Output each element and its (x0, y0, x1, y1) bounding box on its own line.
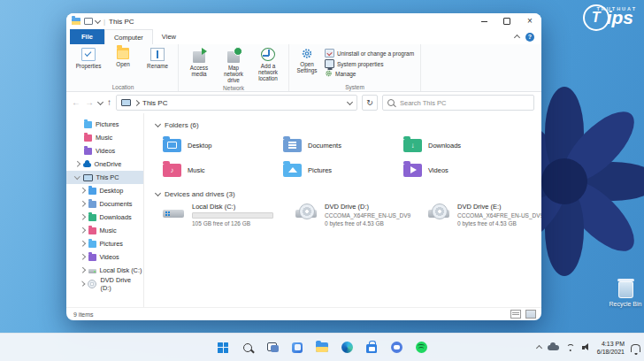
folders-section-header[interactable]: Folders (6) (156, 119, 541, 131)
expand-chevron-icon[interactable] (74, 161, 80, 166)
devices-section-header[interactable]: Devices and drives (3) (156, 188, 541, 200)
widgets-icon[interactable] (289, 340, 305, 356)
drive-tile-dvd-e[interactable]: DVD Drive (E:) CCCOMA_X64FRE_EN-US_DV9 0… (428, 202, 541, 227)
desktop: THUTHUAT T ips Recycle Bin | This PC × F… (0, 0, 644, 361)
dvd-disc-icon (88, 280, 96, 288)
expand-chevron-icon[interactable] (80, 214, 85, 219)
sidebar-item-dvd-drive-d[interactable]: DVD Drive (D:) (66, 277, 143, 290)
sidebar-item-downloads[interactable]: Downloads (66, 211, 143, 224)
search-input[interactable] (398, 98, 529, 108)
quick-access-toolbar[interactable] (84, 18, 100, 25)
address-text[interactable]: This PC (142, 99, 167, 107)
expand-chevron-icon[interactable] (80, 280, 85, 286)
task-view-icon[interactable] (264, 340, 280, 356)
onedrive-tray-icon[interactable] (548, 345, 559, 350)
expand-chevron-icon[interactable] (80, 241, 85, 246)
expand-chevron-icon[interactable] (80, 201, 85, 206)
downloads-folder-icon (88, 214, 96, 221)
properties-button[interactable]: Properties (73, 46, 104, 69)
sidebar-item-videos[interactable]: Videos (66, 144, 143, 157)
properties-icon (81, 48, 96, 61)
rename-button[interactable]: Rename (142, 46, 173, 69)
spotify-icon[interactable] (413, 340, 429, 356)
thumbnails-view-icon[interactable] (525, 310, 536, 319)
maximize-button[interactable] (495, 13, 518, 29)
folder-tile-documents[interactable]: Documents (283, 133, 403, 157)
system-properties-button[interactable]: System properties (325, 59, 414, 68)
open-button[interactable]: Open (107, 46, 139, 67)
sidebar-item-music-pc[interactable]: Music (66, 224, 143, 237)
notifications-icon[interactable] (631, 344, 640, 352)
map-network-drive-button[interactable]: Map network drive (218, 46, 249, 84)
volume-icon[interactable] (582, 343, 591, 351)
expand-chevron-icon[interactable] (80, 254, 85, 259)
expand-chevron-icon[interactable] (80, 267, 85, 273)
folder-tile-videos[interactable]: Videos (403, 157, 524, 182)
sidebar-item-music[interactable]: Music (66, 131, 143, 144)
help-icon[interactable]: ? (525, 33, 534, 42)
expand-chevron-icon[interactable] (80, 227, 85, 233)
collapse-ribbon-icon[interactable] (514, 35, 520, 41)
up-button[interactable]: ↑ (107, 98, 111, 107)
drive-tile-local-disk-c[interactable]: Local Disk (C:) 105 GB free of 126 GB (163, 202, 295, 227)
folder-tile-music[interactable]: ♪ Music (163, 157, 283, 182)
sidebar-item-this-pc[interactable]: This PC (66, 171, 143, 184)
desktop-folder-icon (88, 188, 96, 195)
hidden-icons-chevron-icon[interactable] (536, 345, 542, 351)
expand-chevron-icon[interactable] (80, 188, 85, 193)
videos-icon (84, 148, 92, 155)
edge-browser-icon[interactable] (339, 340, 355, 356)
titlebar[interactable]: | This PC × (66, 13, 541, 29)
tray-time: 4:13 PM (597, 340, 625, 348)
access-media-button[interactable]: Access media (183, 46, 215, 77)
manage-button[interactable]: Manage (325, 70, 414, 77)
collapse-section-icon[interactable] (155, 189, 161, 196)
forward-button[interactable]: → (85, 98, 94, 107)
clock[interactable]: 4:13 PM 6/18/2021 (597, 340, 625, 356)
microsoft-store-icon[interactable] (364, 340, 380, 356)
tab-view[interactable]: View (153, 29, 185, 44)
tab-file[interactable]: File (70, 29, 104, 44)
dvd-drive-icon (295, 202, 318, 225)
collapse-section-icon[interactable] (155, 120, 161, 127)
tab-computer[interactable]: Computer (104, 29, 153, 44)
open-settings-button[interactable]: Open Settings (294, 46, 320, 73)
sidebar-item-desktop[interactable]: Desktop (66, 184, 143, 197)
add-network-location-icon (261, 48, 275, 61)
explorer-app-icon (72, 18, 80, 25)
minimize-button[interactable] (472, 13, 495, 29)
drive-tile-dvd-d[interactable]: DVD Drive (D:) CCCOMA_X64FRE_EN-US_DV9 0… (295, 202, 428, 227)
add-network-location-button[interactable]: Add a network location (252, 46, 284, 82)
tray-date: 6/18/2021 (597, 348, 625, 356)
sidebar-item-pictures[interactable]: Pictures (66, 118, 143, 131)
recent-locations-icon[interactable] (97, 98, 104, 104)
address-dropdown-icon[interactable] (347, 98, 353, 104)
folder-tile-desktop[interactable]: Desktop (163, 133, 283, 157)
chat-icon[interactable] (388, 340, 404, 356)
sidebar-item-documents[interactable]: Documents (66, 197, 143, 211)
group-label-system: System (294, 83, 416, 90)
recycle-bin-desktop-icon[interactable]: Recycle Bin (605, 281, 644, 307)
address-bar[interactable]: This PC (116, 95, 357, 111)
file-explorer-icon[interactable] (314, 340, 330, 356)
refresh-button[interactable]: ↻ (362, 95, 378, 111)
start-button[interactable] (215, 340, 231, 356)
taskbar-search-icon[interactable] (240, 340, 256, 356)
onedrive-cloud-icon (83, 163, 91, 167)
sidebar-item-onedrive[interactable]: OneDrive (66, 157, 143, 171)
qat-dropdown-icon[interactable] (95, 17, 101, 23)
back-button[interactable]: ← (72, 98, 80, 107)
breadcrumb-chevron-icon[interactable] (134, 99, 140, 105)
pictures-folder-icon (283, 164, 302, 177)
sidebar-item-pictures-pc[interactable]: Pictures (66, 237, 143, 250)
search-box[interactable] (382, 95, 534, 111)
folder-tile-pictures[interactable]: Pictures (283, 157, 403, 182)
folder-tile-downloads[interactable]: ↓ Downloads (403, 133, 524, 157)
close-button[interactable]: × (518, 13, 541, 29)
uninstall-program-button[interactable]: Uninstall or change a program (325, 49, 414, 58)
network-icon[interactable] (565, 343, 576, 351)
collapse-chevron-icon[interactable] (74, 173, 80, 179)
downloads-folder-icon: ↓ (403, 139, 422, 152)
sidebar-item-videos-pc[interactable]: Videos (66, 250, 143, 264)
details-view-icon[interactable] (510, 310, 521, 319)
